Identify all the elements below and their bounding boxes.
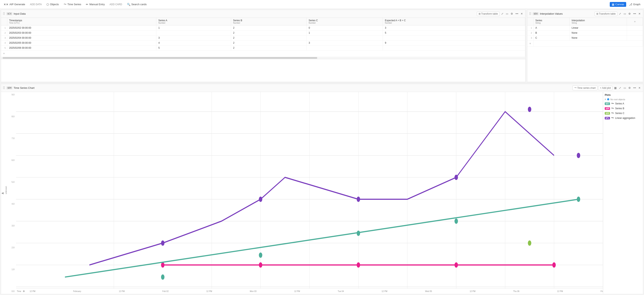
plot-line-icon: 〜 [611,111,614,115]
table-row[interactable]: 42025/02/05 00:00:004239 [1,41,525,46]
y-tick-3: 3.0 [5,225,15,227]
input-table: Timestamps Time (UTC) Series A Number Se… [1,18,525,57]
interp-close-btn[interactable]: ✕ [638,12,642,16]
chart-y-axis: unknown 9.0 8.0 7.0 6.0 5.0 4.0 3.0 2.0 … [4,92,16,294]
input-settings-btn[interactable]: ⚙ [510,12,514,16]
nav-add-data[interactable]: ADD DATA [28,2,44,7]
input-layout-btn[interactable]: ▭ [505,12,509,16]
interp-add-col[interactable]: + [627,18,643,26]
list-item[interactable]: $DJ 〜 Series A [605,102,642,105]
chart-grid-btn[interactable]: ▦ [613,86,617,90]
graph-icon: ⎇ [629,3,632,6]
series-a-dot-6 [577,153,580,158]
chart-layout-btn[interactable]: ▭ [623,86,627,90]
input-add-row[interactable]: + [1,51,525,57]
series-b-dot-1 [161,262,164,267]
interp-table-container: Series String Interpolation String + [527,18,643,82]
time-settings-btn[interactable]: ⚙ [22,289,26,293]
table-row[interactable]: 3CNone [527,36,643,41]
input-panel-header: ⠿ $CX Input Data ⊞ Transform table ⤢ ▭ ⚙… [1,10,525,18]
nav-aip-generate[interactable]: ✕✕ AIP Generate [2,2,27,7]
nav-time-series[interactable]: 〜 Time Series [62,2,83,7]
y-axis-label: unknown [5,186,7,194]
series-c-dot-5 [528,240,531,246]
y-tick-0: 0.0 [5,290,15,292]
nav-search-cards[interactable]: 🔍 Search cards [125,2,149,7]
plot-line-icon: 〜 [611,116,614,120]
list-item[interactable]: $FL 〜 Linear aggregation [605,116,642,120]
chart-drag-handle[interactable]: ⠿ [2,86,5,90]
nav-graph[interactable]: ⎇ Graph [627,2,642,7]
table-row[interactable]: 32025/02/04 00:00:0032 [1,36,525,41]
series-a-dot-1 [161,240,164,246]
chart-expand-btn[interactable]: ⤢ [618,86,622,90]
table-row[interactable]: 2BNone [527,31,643,36]
interp-panel-tag: $DU [533,12,539,15]
input-scrollbar[interactable] [1,57,525,60]
interp-expand-btn[interactable]: ⤢ [618,12,622,16]
search-icon: 🔍 [127,3,130,6]
chart-panel-header: ⠿ $DH Time Series Chart 〜 Time series ch… [1,84,643,92]
add-plot-btn[interactable]: + Add plot [598,86,612,90]
chart-settings-btn[interactable]: ⚙ [628,86,632,90]
input-drag-handle[interactable]: ⠿ [2,12,5,16]
top-nav: ✕✕ AIP Generate ADD DATA ⬡ Objects 〜 Tim… [0,0,644,9]
nav-manual-entry[interactable]: ✏ Manual Entry [84,2,107,7]
chart-more-btn[interactable]: ••• [632,86,637,90]
nav-objects[interactable]: ⬡ Objects [44,2,61,7]
input-col-series-b: Series B Number [231,18,306,26]
interp-col-series: Series String [533,18,570,26]
input-transform-btn[interactable]: ⊞ Transform table [477,12,500,16]
main-content: ⠿ $CX Input Data ⊞ Transform table ⤢ ▭ ⚙… [0,9,644,295]
x-axis-ticks: 12 PM February 12 PM Feb 02 12 PM Mon 03… [30,290,603,292]
plot-tag: $DO [605,112,610,115]
chart-svg [16,92,603,288]
input-panel-tag: $CX [6,12,12,15]
input-panel-actions: ⊞ Transform table ⤢ ▭ ⚙ ••• ✕ [477,12,524,16]
interp-drag-handle[interactable]: ⠿ [529,12,532,16]
plot-line-icon: 〜 [611,107,614,110]
plot-label: Series A [615,102,624,105]
series-c-dot-6 [577,197,580,202]
input-close-btn[interactable]: ✕ [520,12,524,16]
chart-type-btn[interactable]: 〜 Time series chart [572,85,598,90]
chart-main [16,92,603,288]
objects-icon: ⬡ [46,3,49,6]
interp-panel-actions: ⊞ Transform table ⤢ ▭ ⚙ ••• ✕ [594,12,642,16]
y-tick-8: 8.0 [5,115,15,118]
input-expand-btn[interactable]: ⤢ [500,12,504,16]
y-tick-1: 1.0 [5,268,15,270]
input-col-expected: Expected A + B + C Number [383,18,525,26]
trend-icon: 〜 [64,3,66,6]
interp-transform-btn[interactable]: ⊞ Transform table [594,12,618,16]
chart-close-btn[interactable]: ✕ [638,86,642,90]
chart-collapse[interactable]: ◀ [1,92,4,294]
interp-settings-btn[interactable]: ⚙ [628,12,632,16]
input-col-timestamps: Timestamps Time (UTC) [7,18,156,26]
plot-label: Series B [615,107,624,110]
series-c-dot-4 [454,218,458,224]
list-item[interactable]: $DM 〜 Series B [605,107,642,110]
table-row[interactable]: 52025/02/06 00:00:0052 [1,46,525,51]
input-more-btn[interactable]: ••• [515,12,519,16]
chart-panel: ⠿ $DH Time Series Chart 〜 Time series ch… [1,84,643,294]
table-row[interactable]: 1ALinear [527,26,643,31]
table-row[interactable]: 22025/02/03 00:00:00215 [1,31,525,36]
nav-canvas[interactable]: ▦ Canvas [610,2,626,7]
nav-add-card[interactable]: ADD CARD [108,2,124,7]
list-item[interactable]: $DO 〜 Series C [605,111,642,115]
input-row-num-header [1,18,7,26]
interp-layout-btn[interactable]: ▭ [623,12,627,16]
collapse-arrow-icon[interactable]: ◀ [2,191,4,195]
interp-more-btn[interactable]: ••• [632,12,637,16]
chart-area: ◀ unknown 9.0 8.0 7.0 6.0 5.0 4.0 3.0 2.… [1,92,643,294]
chart-panel-actions: 〜 Time series chart + Add plot ▦ ⤢ ▭ ⚙ •… [572,85,642,90]
plot-line-icon: 〜 [611,102,614,105]
input-col-series-c: Series C Number [306,18,383,26]
table-row[interactable]: 12025/02/02 00:00:001203 [1,26,525,31]
y-tick-5: 5.0 [5,181,15,183]
y-tick-4: 4.0 [5,203,15,205]
interp-add-row[interactable]: + [527,41,643,47]
series-b-dot-5 [552,262,556,267]
y-tick-9: 9.0 [5,94,15,96]
